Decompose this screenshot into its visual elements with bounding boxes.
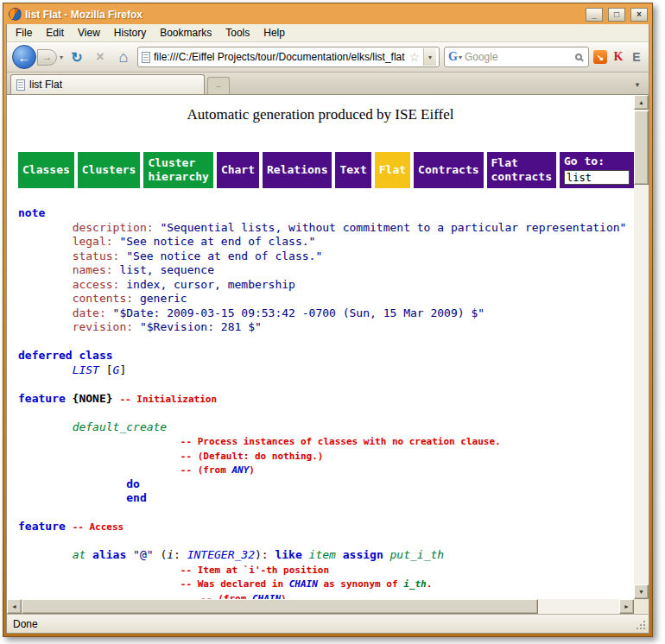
scroll-up-button[interactable]: ▲ — [634, 95, 649, 110]
nav-button-classes[interactable]: Classes — [18, 152, 74, 188]
code-segment — [336, 548, 343, 561]
horizontal-scrollbar[interactable]: ◄ ► — [7, 599, 634, 614]
forward-button[interactable]: → — [37, 49, 57, 66]
code-segment: end — [126, 491, 146, 504]
nav-button-label: Flat — [379, 163, 406, 177]
menu-bookmarks[interactable]: Bookmarks — [153, 25, 218, 41]
home-button[interactable]: ⌂ — [114, 47, 133, 66]
code-segment: status: — [73, 249, 127, 262]
nav-button-flat[interactable]: Flat — [375, 152, 410, 188]
search-input[interactable] — [465, 51, 573, 63]
code-line — [18, 406, 634, 420]
code-link[interactable]: put_i_th — [390, 548, 445, 561]
nav-button-label: hierarchy — [148, 170, 208, 184]
code-segment: "See notice at end of class." — [119, 235, 315, 248]
stop-button[interactable]: × — [91, 47, 110, 66]
download-extension-icon[interactable]: ↘ — [593, 50, 607, 64]
code-line: status: "See notice at end of class." — [18, 249, 634, 264]
code-link[interactable]: i_th — [403, 578, 427, 590]
code-segment: list, sequence — [119, 263, 214, 276]
goto-input[interactable] — [564, 170, 630, 185]
menu-history[interactable]: History — [107, 25, 153, 41]
code-link[interactable]: item — [309, 548, 336, 561]
scroll-down-button[interactable]: ▼ — [634, 584, 649, 599]
code-segment: "$Revision: 281 $" — [140, 320, 262, 333]
code-line: do — [18, 477, 634, 492]
title-bar: list Flat - Mozilla Firefox _ □ × — [6, 6, 649, 24]
back-button[interactable]: ← — [12, 45, 36, 69]
code-segment: feature — [18, 520, 73, 533]
resize-grip[interactable] — [643, 628, 645, 629]
menu-view[interactable]: View — [71, 25, 107, 41]
code-link[interactable]: default_create — [73, 420, 168, 433]
code-line: description: "Sequential lists, without … — [18, 221, 634, 236]
address-bar[interactable]: file:///C:/Eiffel Projects/tour/Document… — [137, 47, 440, 67]
code-link[interactable]: CHAIN — [289, 578, 318, 590]
nav-button-chart[interactable]: Chart — [217, 152, 259, 188]
maximize-button[interactable]: □ — [608, 8, 625, 22]
code-segment: description: — [73, 221, 161, 234]
page-content: Automatic generation produced by ISE Eif… — [7, 95, 634, 599]
tab-label: list Flat — [29, 79, 62, 91]
close-button[interactable]: × — [630, 8, 648, 22]
code-segment: "Sequential lists, without commitment to… — [160, 221, 626, 234]
code-segment: access: — [73, 278, 127, 291]
nav-button-cluster-hierarchy[interactable]: Clusterhierarchy — [143, 152, 212, 188]
status-text: Done — [13, 618, 38, 630]
tab-favicon — [16, 79, 25, 91]
google-logo-icon: G — [448, 50, 458, 64]
code-segment: -- Was declared in — [180, 578, 289, 590]
nav-button-label: contracts — [491, 170, 552, 184]
scroll-left-button[interactable]: ◄ — [7, 599, 22, 614]
search-engine-dropdown-icon[interactable]: ▾ — [459, 54, 462, 61]
menu-file[interactable]: File — [9, 25, 39, 41]
code-segment: alias — [92, 548, 126, 561]
code-segment: generic — [140, 292, 187, 305]
menu-bar: FileEditViewHistoryBookmarksToolsHelp — [7, 24, 649, 42]
eiffel-code: note description: "Sequential lists, wit… — [18, 206, 634, 599]
e-extension-icon[interactable]: E — [630, 50, 643, 64]
search-icon[interactable] — [575, 54, 582, 60]
code-link[interactable]: INTEGER_32 — [187, 548, 255, 561]
code-segment: index, cursor, membership — [126, 278, 295, 291]
menu-help[interactable]: Help — [256, 25, 292, 41]
menu-tools[interactable]: Tools — [218, 25, 256, 41]
horizontal-scrollbar-thumb[interactable] — [22, 599, 538, 614]
tab-list-flat[interactable]: list Flat — [10, 74, 205, 94]
code-segment — [126, 548, 133, 561]
nav-button-text[interactable]: Text — [335, 152, 370, 188]
new-tab-stub[interactable]: – — [207, 77, 230, 94]
code-link[interactable]: LIST — [73, 363, 99, 376]
code-segment — [86, 548, 92, 561]
code-line: names: list, sequence — [18, 263, 634, 278]
code-segment: -- Item at `i'-th position — [180, 565, 329, 576]
code-line: -- (from CHAIN) — [18, 591, 634, 600]
nav-button-flat-contracts[interactable]: Flatcontracts — [487, 152, 556, 188]
page-title: Automatic generation produced by ISE Eif… — [7, 106, 634, 123]
history-dropdown-icon[interactable]: ▾ — [60, 54, 63, 61]
nav-button-clusters[interactable]: Clusters — [78, 152, 141, 188]
code-segment: note — [18, 206, 45, 219]
vertical-scrollbar[interactable]: ▲ ▼ — [634, 95, 649, 599]
code-link[interactable]: ANY — [231, 464, 249, 476]
url-dropdown-button[interactable]: ▾ — [423, 48, 436, 66]
k-extension-icon[interactable]: K — [611, 50, 625, 64]
bookmark-star-icon[interactable]: ☆ — [408, 50, 420, 64]
code-segment: ] — [119, 363, 126, 376]
search-box[interactable]: G ▾ — [444, 47, 589, 67]
minimize-button[interactable]: _ — [586, 8, 603, 22]
scroll-right-button[interactable]: ► — [619, 599, 634, 614]
nav-button-relations[interactable]: Relations — [263, 152, 332, 188]
menu-edit[interactable]: Edit — [39, 25, 71, 41]
url-text[interactable]: file:///C:/Eiffel Projects/tour/Document… — [154, 51, 405, 63]
code-link[interactable]: at — [73, 548, 86, 561]
vertical-scrollbar-thumb[interactable] — [634, 110, 649, 185]
nav-button-contracts[interactable]: Contracts — [414, 152, 483, 188]
code-line: date: "$Date: 2009-03-15 09:53:42 -0700 … — [18, 306, 634, 321]
page-favicon — [142, 52, 150, 63]
window-title: list Flat - Mozilla Firefox — [25, 9, 580, 21]
list-all-tabs-button[interactable]: ▾ — [630, 76, 645, 93]
nav-button-label: Classes — [22, 163, 70, 177]
refresh-button[interactable]: ↻ — [67, 47, 86, 66]
code-link[interactable]: CHAIN — [252, 593, 281, 600]
